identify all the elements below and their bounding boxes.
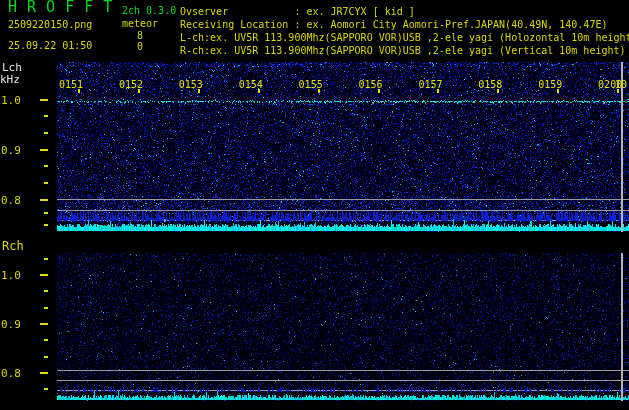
lch-receiver-info: L-ch:ex. UV5R 113.900Mhz(SAPPORO VOR)USB… — [180, 32, 629, 43]
lch-panel-label: Lch — [2, 62, 22, 73]
time-label: 0153 — [179, 79, 203, 90]
time-label-partial: 10 — [615, 79, 627, 90]
mode-label: meteor — [122, 18, 158, 29]
time-label: 0159 — [538, 79, 562, 90]
spectrogram-canvas — [0, 0, 629, 410]
capture-datetime: 25.09.22 01:50 — [8, 40, 92, 51]
time-label: 0152 — [119, 79, 143, 90]
hrofft-screen: H R O F F T 2ch 0.3.0 2509220150.png met… — [0, 0, 629, 410]
rch-receiver-info: R-ch:ex. UV5R 113.900Mhz(SAPPORO VOR)USB… — [180, 45, 626, 56]
rch-panel-label: Rch — [2, 241, 24, 252]
time-label: 0155 — [299, 79, 323, 90]
freq-label: 0.8 — [1, 194, 21, 207]
receiving-location-info: Receiving Location : ex. Aomori City Aom… — [180, 19, 607, 30]
time-label: 0154 — [239, 79, 263, 90]
freq-label: 0.9 — [1, 144, 21, 157]
app-version: 2ch 0.3.0 — [122, 5, 176, 16]
freq-label: 1.0 — [1, 269, 21, 282]
freq-label: 0.8 — [1, 367, 21, 380]
observer-info: Ovserver : ex. JR7CYX [ kid ] — [180, 6, 415, 17]
freq-label: 1.0 — [1, 94, 21, 107]
output-filename: 2509220150.png — [8, 19, 92, 30]
time-label: 0157 — [418, 79, 442, 90]
time-label: 0158 — [478, 79, 502, 90]
freq-label: 0.9 — [1, 318, 21, 331]
khz-unit-label: kHz — [0, 74, 20, 85]
rch-echo-count: 0 — [137, 41, 143, 52]
time-label: 0151 — [59, 79, 83, 90]
app-title: H R O F F T — [8, 2, 113, 13]
time-label: 0156 — [359, 79, 383, 90]
lch-echo-count: 8 — [137, 30, 143, 41]
